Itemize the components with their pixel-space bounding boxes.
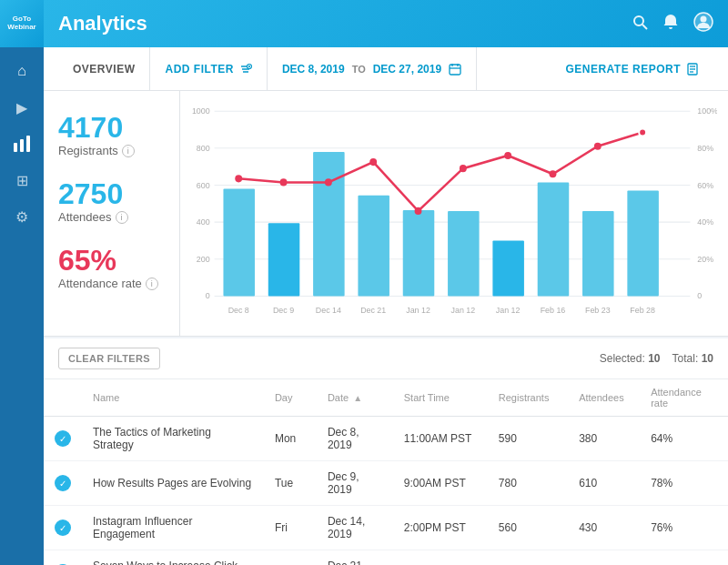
date-to: DEC 27, 2019 bbox=[373, 63, 441, 76]
svg-rect-42 bbox=[358, 196, 389, 297]
date-range[interactable]: DEC 8, 2019 TO DEC 27, 2019 bbox=[268, 47, 477, 91]
col-header-rate[interactable]: Attendance rate bbox=[640, 379, 728, 417]
attendees-label: Attendees i bbox=[58, 210, 165, 224]
row-rate-2: 76% bbox=[640, 506, 728, 550]
col-header-date[interactable]: Date ▲ bbox=[317, 379, 393, 417]
svg-rect-40 bbox=[268, 223, 300, 296]
rate-info-icon[interactable]: i bbox=[146, 277, 158, 290]
svg-text:Feb 23: Feb 23 bbox=[585, 306, 611, 315]
col-header-attendees[interactable]: Attendees bbox=[568, 379, 640, 417]
row-checkbox-3[interactable]: ✓ bbox=[44, 550, 82, 566]
table-row: ✓ The Tactics of Marketing Strategy Mon … bbox=[44, 417, 728, 461]
svg-rect-13 bbox=[450, 65, 460, 75]
row-time-2: 2:00PM PST bbox=[393, 506, 488, 550]
svg-text:0: 0 bbox=[697, 291, 702, 300]
date-to-label: TO bbox=[352, 64, 366, 75]
add-filter-button[interactable]: ADD FILTER bbox=[150, 47, 267, 91]
svg-point-55 bbox=[504, 152, 511, 159]
total-label: Total: bbox=[672, 352, 699, 365]
row-registrants-1: 780 bbox=[488, 461, 568, 506]
svg-point-54 bbox=[460, 165, 467, 172]
svg-point-58 bbox=[639, 128, 646, 136]
registrants-label: Registrants i bbox=[58, 144, 165, 157]
svg-text:Dec 9: Dec 9 bbox=[273, 306, 294, 315]
user-icon[interactable] bbox=[693, 12, 713, 36]
registrants-value: 4170 bbox=[58, 113, 165, 142]
svg-text:40%: 40% bbox=[697, 217, 713, 227]
svg-text:100%: 100% bbox=[697, 106, 717, 116]
date-from: DEC 8, 2019 bbox=[282, 63, 345, 76]
registrants-info-icon[interactable]: i bbox=[122, 145, 135, 157]
svg-rect-2 bbox=[26, 136, 30, 152]
row-checkbox-1[interactable]: ✓ bbox=[44, 461, 82, 506]
clear-filters-button[interactable]: CLEAR FILTERS bbox=[58, 348, 160, 369]
row-name-0: The Tactics of Marketing Strategy bbox=[82, 417, 264, 461]
main-content: OVERVIEW ADD FILTER DEC 8, 2019 TO DEC 2… bbox=[44, 47, 728, 565]
row-name-2: Instagram Influencer Engagement bbox=[82, 506, 264, 550]
svg-text:20%: 20% bbox=[697, 255, 713, 264]
svg-text:600: 600 bbox=[197, 180, 210, 189]
svg-point-3 bbox=[634, 16, 643, 25]
rate-label: Attendance rate i bbox=[58, 277, 165, 290]
row-rate-3: 58% bbox=[640, 550, 728, 566]
sidebar-item-play[interactable]: ▶ bbox=[5, 91, 38, 124]
svg-rect-48 bbox=[627, 191, 659, 297]
generate-report-button[interactable]: GENERATE REPORT bbox=[551, 47, 713, 91]
svg-point-53 bbox=[415, 207, 422, 215]
sidebar-item-home[interactable]: ⌂ bbox=[5, 55, 38, 87]
row-attendees-1: 610 bbox=[568, 461, 640, 506]
add-filter-label: ADD FILTER bbox=[165, 63, 233, 76]
svg-point-56 bbox=[550, 170, 557, 177]
row-date-2: Dec 14, 2019 bbox=[317, 506, 393, 550]
svg-rect-46 bbox=[538, 182, 570, 296]
registrants-stat: 4170 Registrants i bbox=[58, 113, 165, 157]
total-count: 10 bbox=[702, 352, 713, 365]
svg-text:Jan 12: Jan 12 bbox=[406, 306, 430, 315]
svg-point-52 bbox=[369, 158, 377, 166]
header-icons bbox=[632, 12, 713, 36]
table-row: ✓ Seven Ways to Increase Click Rates Thu… bbox=[44, 550, 728, 566]
sidebar-item-grid[interactable]: ⊞ bbox=[5, 164, 38, 197]
svg-point-49 bbox=[235, 175, 242, 182]
svg-rect-0 bbox=[14, 143, 17, 152]
svg-text:1000: 1000 bbox=[192, 106, 210, 116]
sidebar-item-settings[interactable]: ⚙ bbox=[5, 200, 38, 233]
overview-tab[interactable]: OVERVIEW bbox=[58, 47, 150, 91]
col-header-check bbox=[44, 379, 82, 417]
table-section: CLEAR FILTERS Selected: 10 Total: 10 Nam… bbox=[44, 338, 728, 565]
stats-chart-section: 4170 Registrants i 2750 Attendees i 65% … bbox=[44, 91, 728, 337]
svg-text:80%: 80% bbox=[697, 144, 713, 153]
generate-label: GENERATE REPORT bbox=[565, 63, 681, 76]
bar-line-chart: 1000 800 600 400 200 0 100% 80% 60% 40% … bbox=[187, 102, 717, 328]
svg-rect-44 bbox=[448, 211, 480, 297]
attendees-info-icon[interactable]: i bbox=[116, 211, 128, 224]
rate-stat: 65% Attendance rate i bbox=[58, 246, 165, 290]
col-header-registrants[interactable]: Registrants bbox=[488, 379, 568, 417]
table-summary: Selected: 10 Total: 10 bbox=[600, 352, 713, 365]
col-header-day[interactable]: Day bbox=[264, 379, 317, 417]
data-table: Name Day Date ▲ Start Time Registrants bbox=[44, 379, 728, 565]
row-attendees-2: 430 bbox=[568, 506, 640, 550]
col-header-time[interactable]: Start Time bbox=[393, 379, 488, 417]
row-date-3: Dec 21, 2019 bbox=[317, 550, 393, 566]
row-checkbox-0[interactable]: ✓ bbox=[44, 417, 82, 461]
sidebar-item-chart[interactable] bbox=[5, 127, 38, 160]
svg-text:Dec 21: Dec 21 bbox=[360, 306, 386, 315]
row-checkbox-2[interactable]: ✓ bbox=[44, 506, 82, 550]
svg-rect-45 bbox=[492, 240, 524, 296]
row-time-1: 9:00AM PST bbox=[393, 461, 488, 506]
search-icon[interactable] bbox=[632, 14, 648, 35]
selected-count: 10 bbox=[648, 352, 660, 365]
col-header-name[interactable]: Name bbox=[82, 379, 264, 417]
bell-icon[interactable] bbox=[662, 14, 679, 35]
row-date-0: Dec 8, 2019 bbox=[317, 417, 393, 461]
row-time-0: 11:00AM PST bbox=[393, 417, 488, 461]
svg-point-6 bbox=[701, 15, 707, 22]
row-time-3: 1:00PM PST bbox=[393, 550, 488, 566]
svg-rect-1 bbox=[20, 139, 24, 152]
row-registrants-3: 850 bbox=[488, 550, 568, 566]
sidebar: ⌂ ▶ ⊞ ⚙ bbox=[0, 0, 44, 565]
svg-text:Dec 8: Dec 8 bbox=[228, 306, 249, 315]
svg-text:Feb 16: Feb 16 bbox=[541, 306, 566, 315]
row-date-1: Dec 9, 2019 bbox=[317, 461, 393, 506]
